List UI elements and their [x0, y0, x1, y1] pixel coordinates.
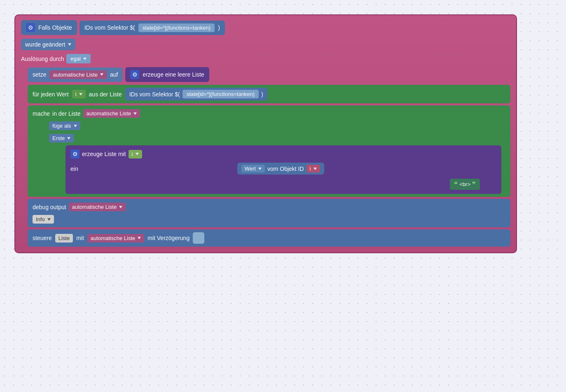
mache-label-row: mache in der Liste automatische Liste: [33, 109, 505, 118]
delay-box[interactable]: [193, 232, 204, 244]
br-string-row: ❝ <br> ❞: [70, 179, 496, 190]
aus-der-liste-label: aus der Liste: [89, 91, 122, 98]
setze-label: setze: [33, 71, 46, 78]
fuge-als-dropdown: [74, 125, 77, 127]
wurde-row: wurde geändert: [21, 39, 510, 50]
var-i-chip-erzeuge[interactable]: i: [129, 150, 142, 159]
fuge-als-chip[interactable]: füge als: [49, 121, 80, 130]
erzeuge-label: erzeuge eine leere Liste: [143, 71, 204, 78]
mache-label: mache: [33, 110, 50, 117]
ids-label: IDs vom Selektor $(: [84, 24, 135, 31]
info-dropdown-arrow: [47, 218, 51, 221]
egal-dropdown-icon: [83, 58, 87, 60]
var-i-chip-objekt[interactable]: i: [306, 165, 320, 173]
var-i-label-erzeuge: i: [132, 151, 133, 157]
var-i-chip-fuer[interactable]: i: [72, 90, 86, 98]
wert-label: Wert: [245, 166, 256, 172]
auto-liste-label-setze: automatische Liste: [53, 72, 97, 78]
var-i-dropdown-erzeuge: [136, 153, 139, 155]
fuer-jeden-label1: für jeden Wert: [33, 91, 69, 98]
fuer-jeden-block: für jeden Wert i aus der Liste IDs vom S…: [28, 85, 510, 103]
ids-label-fuer: IDs vom Selektor $(: [129, 91, 180, 98]
debug-block: debug output automatische Liste Info: [28, 199, 510, 227]
auto-liste-chip-setze[interactable]: automatische Liste: [49, 70, 106, 79]
debug-info-row: Info: [33, 215, 505, 224]
selector-chip[interactable]: state[id=*](functions=tanken): [138, 23, 215, 32]
ein-label: ein: [70, 166, 78, 172]
auto-liste-chip-debug[interactable]: automatische Liste: [69, 203, 126, 211]
auto-liste-chip-mache[interactable]: automatische Liste: [83, 109, 140, 118]
var-i-label-objekt: i: [310, 166, 311, 172]
wurde-dropdown-icon: [68, 43, 71, 46]
liste-chip-steuere: Liste: [55, 234, 73, 243]
auto-liste-debug-label: automatische Liste: [72, 204, 117, 210]
var-i-dropdown-fuer: [79, 93, 82, 96]
wurde-label: wurde geändert: [25, 41, 65, 48]
erste-row: Erste: [49, 134, 505, 142]
erste-chip[interactable]: Erste: [49, 134, 74, 142]
closing-fuer: ): [261, 91, 263, 98]
erste-dropdown: [67, 137, 70, 140]
setze-row: setze automatische Liste auf ⚙ erzeuge e…: [28, 67, 510, 82]
auto-liste-dropdown-steuere: [138, 237, 141, 239]
selector-chip-fuer[interactable]: state[id=*](functions=tanken): [182, 90, 259, 98]
auslosung-row: Auslösung durch egal: [21, 54, 510, 63]
vom-objekt-label: vom Objekt ID: [267, 166, 304, 172]
auf-label: auf: [110, 71, 118, 78]
in-der-liste-label: in der Liste: [52, 110, 80, 117]
auto-liste-steuere-label: automatische Liste: [91, 235, 135, 241]
falls-objekte-label: Falls Objekte: [38, 24, 72, 31]
auslosung-label: Auslösung durch: [21, 56, 64, 62]
auto-liste-mache-label: automatische Liste: [87, 110, 131, 117]
indented-section: setze automatische Liste auf ⚙ erzeuge e…: [28, 66, 510, 247]
gear-icon-erzeuge-liste: ⚙: [70, 149, 80, 159]
ids-selector-block: IDs vom Selektor $( state[id=*](function…: [80, 21, 225, 35]
egal-chip[interactable]: egal: [66, 54, 91, 63]
steuere-block: steuere Liste mit automatische Liste mit…: [28, 229, 510, 247]
fuge-als-label: füge als: [52, 123, 71, 129]
mache-block: mache in der Liste automatische Liste fü…: [28, 105, 510, 197]
debug-label: debug output: [33, 204, 66, 210]
ids-selector-block-fuer: IDs vom Selektor $( state[id=*](function…: [125, 88, 267, 100]
fuge-als-row: füge als: [49, 121, 505, 130]
info-label: Info: [36, 216, 45, 222]
purple-inner-block: ⚙ erzeuge Liste mit i ein Wert: [65, 145, 501, 194]
var-i-label-fuer: i: [75, 91, 77, 97]
wert-objekt-block: Wert vom Objekt ID i: [237, 163, 324, 175]
gear-icon-erzeuge: ⚙: [130, 70, 139, 79]
erzeuge-leere-liste-block: ⚙ erzeuge eine leere Liste: [125, 67, 209, 82]
auto-liste-dropdown-icon-setze: [100, 73, 103, 76]
closing-label: ): [218, 24, 220, 31]
wert-chip[interactable]: Wert: [241, 165, 265, 173]
debug-main-row: debug output automatische Liste: [33, 203, 505, 211]
mit-label-steuere: mit: [76, 235, 84, 241]
var-i-dropdown-objekt: [313, 168, 317, 170]
br-string-label: <br>: [459, 181, 470, 187]
erzeuge-liste-label: erzeuge Liste mit: [82, 151, 126, 157]
close-quote: ❞: [472, 180, 476, 188]
egal-label: egal: [70, 56, 81, 62]
auto-liste-dropdown-debug: [119, 206, 122, 208]
steuere-label: steuere: [33, 235, 52, 241]
gear-icon: ⚙: [26, 23, 35, 32]
auto-liste-dropdown-mache: [133, 112, 137, 115]
in-der-liste-row: in der Liste automatische Liste: [52, 109, 140, 118]
falls-objekte-block: ⚙ Falls Objekte: [21, 20, 77, 35]
open-quote: ❝: [454, 180, 458, 188]
info-dropdown[interactable]: Info: [33, 215, 54, 224]
auto-liste-chip-steuere[interactable]: automatische Liste: [87, 234, 144, 243]
wurde-block[interactable]: wurde geändert: [21, 39, 75, 50]
erzeuge-liste-row: ⚙ erzeuge Liste mit i: [70, 149, 496, 159]
br-string-block: ❝ <br> ❞: [450, 179, 480, 190]
mit-verzogerung-label: mit Verzögerung: [147, 235, 189, 241]
setze-block: setze automatische Liste auf: [28, 68, 123, 82]
header-row: ⚙ Falls Objekte IDs vom Selektor $( stat…: [21, 20, 510, 35]
erste-label: Erste: [52, 135, 65, 141]
wert-dropdown: [258, 168, 262, 170]
outer-script-block: ⚙ Falls Objekte IDs vom Selektor $( stat…: [14, 14, 517, 253]
liste-label-steuere: Liste: [58, 235, 70, 241]
ein-wert-row: ein Wert vom Objekt ID i: [70, 163, 496, 175]
